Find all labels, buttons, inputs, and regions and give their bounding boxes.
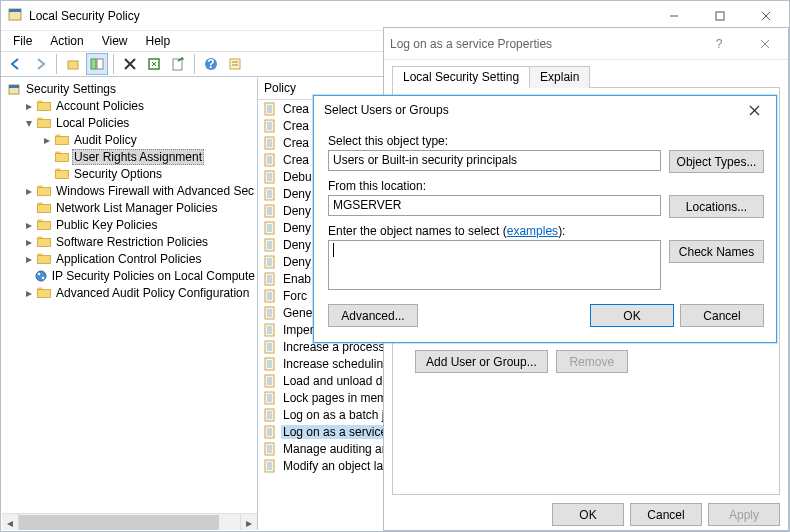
tree-item-label: Local Policies [54,116,131,130]
folder-icon [36,217,52,233]
help-button[interactable]: ? [696,29,742,59]
list-item-label: Load and unload dev [281,374,397,388]
cancel-button[interactable]: Cancel [630,503,702,526]
add-user-or-group-button[interactable]: Add User or Group... [415,350,548,373]
tree-item[interactable]: ▸Advanced Audit Policy Configuration [4,284,257,301]
tree-toggle-icon[interactable]: ▸ [22,184,36,198]
tree-toggle-icon[interactable]: ▸ [22,252,36,266]
svg-rect-54 [265,256,274,268]
ok-button[interactable]: OK [552,503,624,526]
remove-button[interactable]: Remove [556,350,628,373]
examples-link[interactable]: examples [507,224,558,238]
apply-button[interactable]: Apply [708,503,780,526]
list-item-label: Crea [281,119,311,133]
help-icon[interactable]: ? [200,53,222,75]
tree-item[interactable]: ▾Local Policies [4,114,257,131]
tree-toggle-icon[interactable]: ▸ [40,133,54,147]
policy-icon [262,186,278,202]
close-icon[interactable] [742,29,788,59]
list-item-label: Manage auditing an [281,442,390,456]
close-icon[interactable] [742,98,766,122]
object-names-input[interactable] [328,240,661,290]
menu-help[interactable]: Help [138,32,179,50]
select-dialog-title-bar[interactable]: Select Users or Groups [314,96,776,124]
tree-item[interactable]: ▸Public Key Policies [4,216,257,233]
menu-view[interactable]: View [94,32,136,50]
object-names-label: Enter the object names to select (exampl… [328,224,764,238]
tree-item[interactable]: IP Security Policies on Local Compute [4,267,257,284]
svg-rect-49 [265,171,274,183]
minimize-button[interactable] [651,1,697,31]
policy-icon [262,407,278,423]
tree-item[interactable]: ▸Audit Policy [4,131,257,148]
list-item-label: Deny [281,255,313,269]
up-icon[interactable] [62,53,84,75]
policy-icon [262,101,278,117]
folder-icon [36,183,52,199]
tree-item[interactable]: Security Options [4,165,257,182]
console-tree[interactable]: Security Settings ▸Account Policies▾Loca… [2,78,258,530]
policy-icon [262,356,278,372]
from-location-field[interactable]: MGSERVER [328,195,661,216]
svg-rect-47 [265,137,274,149]
policy-icon [262,203,278,219]
folder-icon [36,285,52,301]
object-type-field[interactable]: Users or Built-in security principals [328,150,661,171]
tree-toggle-icon[interactable]: ▾ [22,116,36,130]
policy-icon [262,169,278,185]
tree-item[interactable]: ▸Account Policies [4,97,257,114]
advanced-button[interactable]: Advanced... [328,304,418,327]
cancel-button[interactable]: Cancel [680,304,764,327]
properties-title-bar[interactable]: Log on as a service Properties ? [384,28,788,60]
svg-rect-59 [265,341,274,353]
delete-icon[interactable] [119,53,141,75]
scroll-right-icon[interactable]: ▸ [240,514,257,530]
properties-icon[interactable] [224,53,246,75]
svg-rect-46 [265,120,274,132]
refresh-icon[interactable] [143,53,165,75]
tree-item[interactable]: Network List Manager Policies [4,199,257,216]
policy-icon [262,271,278,287]
svg-rect-50 [265,188,274,200]
svg-rect-64 [265,426,274,438]
check-names-button[interactable]: Check Names [669,240,764,263]
svg-rect-1 [9,9,21,12]
export-list-icon[interactable] [167,53,189,75]
svg-rect-52 [265,222,274,234]
locations-button[interactable]: Locations... [669,195,764,218]
scroll-thumb[interactable] [19,515,219,530]
tree-toggle-icon[interactable]: ▸ [22,235,36,249]
svg-rect-57 [265,307,274,319]
svg-rect-12 [173,59,182,70]
tree-item[interactable]: ▸Windows Firewall with Advanced Sec [4,182,257,199]
svg-rect-6 [68,61,78,69]
tree-item[interactable]: ▸Application Control Policies [4,250,257,267]
object-types-button[interactable]: Object Types... [669,150,764,173]
tree-toggle-icon[interactable]: ▸ [22,286,36,300]
tab-local-security-setting[interactable]: Local Security Setting [392,66,530,88]
policy-icon [262,373,278,389]
menu-action[interactable]: Action [42,32,91,50]
object-type-label: Select this object type: [328,134,764,148]
tree-root[interactable]: Security Settings [4,80,257,97]
show-hide-tree-icon[interactable] [86,53,108,75]
tab-explain[interactable]: Explain [529,66,590,88]
list-item-label: Enab [281,272,313,286]
back-icon[interactable] [5,53,27,75]
tree-item[interactable]: User Rights Assignment [4,148,257,165]
ok-button[interactable]: OK [590,304,674,327]
tree-item-label: Audit Policy [72,133,139,147]
tree-toggle-icon[interactable]: ▸ [22,99,36,113]
svg-rect-66 [265,460,274,472]
tree-item[interactable]: ▸Software Restriction Policies [4,233,257,250]
tree-toggle-icon[interactable]: ▸ [22,218,36,232]
close-button[interactable] [743,1,789,31]
policy-icon [262,288,278,304]
tree-horizontal-scrollbar[interactable]: ◂ ▸ [2,513,257,530]
svg-rect-8 [97,59,103,69]
svg-rect-19 [9,85,19,88]
forward-icon[interactable] [29,53,51,75]
maximize-button[interactable] [697,1,743,31]
menu-file[interactable]: File [5,32,40,50]
scroll-left-icon[interactable]: ◂ [2,514,19,530]
